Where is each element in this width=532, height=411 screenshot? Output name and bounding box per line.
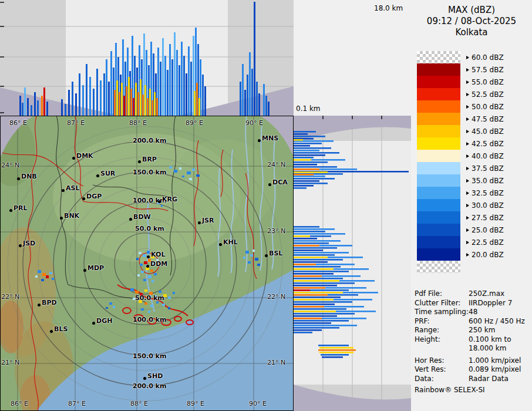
legend-swatch <box>417 174 460 187</box>
echo-cell <box>139 252 142 254</box>
echo-cell <box>52 278 54 280</box>
echo-cell <box>153 262 156 265</box>
reflectivity-bar <box>294 169 319 170</box>
legend-swatch <box>417 76 460 88</box>
metadata-value: 1.000 km/pixel <box>469 356 521 366</box>
reflectivity-bar <box>294 245 319 247</box>
reflectivity-bar <box>106 59 107 116</box>
legend-swatch <box>417 51 460 63</box>
software-branding: Rainbow® SELEX-SI <box>415 386 532 394</box>
reflectivity-bar <box>321 354 349 356</box>
reflectivity-bar <box>164 56 166 116</box>
echo-cell <box>141 271 144 273</box>
legend-arrow-icon <box>466 56 469 59</box>
legend-arrow-icon <box>466 154 469 158</box>
legend-arrow-icon <box>466 68 469 72</box>
reflectivity-bar <box>186 73 187 116</box>
legend-label: 57.5 dBZ <box>466 66 504 74</box>
echo-cell <box>49 272 52 274</box>
reflectivity-bar <box>294 257 328 258</box>
legend-arrow-icon <box>466 117 469 121</box>
reflectivity-bar <box>114 90 116 116</box>
metadata-value: 600 Hz / 450 Hz <box>469 317 525 326</box>
reflectivity-bar <box>149 89 151 116</box>
legend-entry: 57.5 dBZ <box>417 63 532 76</box>
reflectivity-bar <box>242 64 244 116</box>
metadata-value: 0.100 km to <box>469 335 511 345</box>
reflectivity-bar <box>294 242 329 244</box>
legend-swatch <box>417 224 460 236</box>
reflectivity-bar <box>183 56 185 116</box>
reflectivity-bar <box>22 103 23 116</box>
echo-cell <box>255 258 258 261</box>
echo-cell <box>196 174 200 177</box>
echo-cell <box>169 166 172 169</box>
legend-arrow-icon <box>466 130 469 133</box>
legend-label-text: 30.0 dBZ <box>472 201 504 210</box>
legend-label: 20.0 dBZ <box>466 251 504 259</box>
reflectivity-bar <box>294 275 322 277</box>
legend-label-text: 40.0 dBZ <box>472 152 504 160</box>
reflectivity-bar <box>294 159 311 161</box>
echo-cell <box>168 297 171 299</box>
echo-cell <box>248 261 251 264</box>
reflectivity-bar <box>294 176 325 177</box>
legend-label-text: 20.0 dBZ <box>472 251 504 259</box>
reflectivity-bar <box>294 271 349 272</box>
reflectivity-bar <box>41 96 43 116</box>
reflectivity-bar <box>294 264 316 265</box>
legend-label-text: 27.5 dBZ <box>472 214 504 222</box>
reflectivity-bar <box>294 278 343 279</box>
echo-cell <box>141 308 144 311</box>
reflectivity-bar <box>174 32 176 116</box>
metadata-row: Clutter Filter:IIRDoppler 7 <box>415 299 532 308</box>
legend-swatch <box>417 113 460 125</box>
echo-cell <box>156 301 159 304</box>
legend-swatch <box>417 248 460 261</box>
reflectivity-bar <box>196 83 198 116</box>
metadata-value: 18.000 km <box>469 344 506 353</box>
legend-label: 45.0 dBZ <box>466 127 504 136</box>
legend-label-text: 52.5 dBZ <box>472 90 504 99</box>
legend-entry: 42.5 dBZ <box>417 137 532 150</box>
echo-cell <box>140 293 143 296</box>
reflectivity-bar <box>294 187 307 189</box>
reflectivity-bar <box>294 228 335 230</box>
echo-cell <box>252 250 255 252</box>
legend-label: 55.0 dBZ <box>466 78 504 86</box>
echo-cell <box>151 280 154 282</box>
echo-cell <box>192 169 195 171</box>
legend-label-text: 57.5 dBZ <box>472 66 504 74</box>
reflectivity-bar <box>294 238 317 240</box>
reflectivity-bar <box>265 96 267 116</box>
echo-cell <box>113 306 115 308</box>
reflectivity-bar <box>294 294 328 296</box>
reflectivity-bar <box>294 282 355 284</box>
reflectivity-bar <box>268 102 270 116</box>
echo-cell <box>144 261 147 264</box>
reflectivity-bar <box>294 261 328 263</box>
metadata-row: Height:0.100 km to <box>415 335 532 345</box>
product-datetime: 09:12 / 08-Oct-2025 <box>411 16 532 27</box>
legend-swatch <box>417 137 460 150</box>
echo-cell <box>189 178 192 180</box>
reflectivity-bar <box>294 322 331 324</box>
reflectivity-bar <box>294 235 310 237</box>
reflectivity-bar <box>294 280 339 282</box>
legend-entry: 37.5 dBZ <box>417 162 532 174</box>
reflectivity-bar <box>130 89 132 116</box>
metadata-label: Time sampling:48 <box>415 308 477 317</box>
reflectivity-bar <box>319 347 353 349</box>
legend-label-text: 37.5 dBZ <box>472 164 504 173</box>
legend-arrow-icon <box>466 253 469 257</box>
legend-entry: 52.5 dBZ <box>417 88 532 100</box>
reflectivity-bar <box>171 59 173 116</box>
reflectivity-bar <box>156 98 158 116</box>
reflectivity-bar <box>294 259 343 261</box>
metadata-row: Pdf File:250Z.max <box>415 289 532 299</box>
reflectivity-bar <box>162 38 164 116</box>
reflectivity-bar <box>34 92 36 116</box>
legend-label-text: 45.0 dBZ <box>472 127 504 136</box>
echo-cell <box>147 251 150 254</box>
reflectivity-bar <box>294 266 341 268</box>
